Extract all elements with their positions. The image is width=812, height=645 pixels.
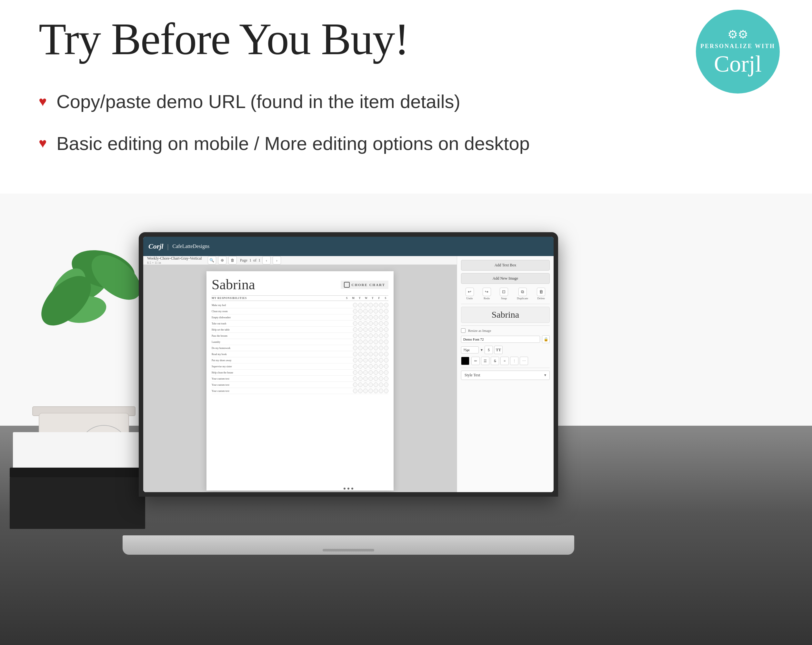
chore-circle[interactable] [353, 327, 357, 332]
font-size-input[interactable]: 75pt [461, 346, 479, 354]
chore-circle[interactable] [379, 364, 383, 369]
chore-circle[interactable] [358, 327, 363, 332]
chore-circle[interactable] [384, 389, 388, 393]
align-right-btn[interactable]: ⋮ [510, 357, 519, 365]
font-lock-btn[interactable]: 🔒 [542, 335, 550, 343]
chore-circle[interactable] [363, 346, 368, 350]
chore-circle[interactable] [379, 383, 383, 387]
list-btn[interactable]: ☰ [481, 357, 489, 365]
chore-circle[interactable] [368, 346, 373, 350]
chore-circle[interactable] [363, 340, 368, 344]
chore-circle[interactable] [379, 303, 383, 307]
chore-circle[interactable] [384, 364, 388, 369]
chore-circle[interactable] [358, 309, 363, 314]
chore-circle[interactable] [368, 321, 373, 326]
chore-circle[interactable] [374, 377, 378, 381]
chore-circle[interactable] [358, 352, 363, 356]
chore-circle[interactable] [379, 309, 383, 314]
chore-circle[interactable] [379, 389, 383, 393]
chore-circle[interactable] [374, 370, 378, 375]
delete-btn[interactable]: 🗑 [228, 256, 237, 264]
chore-circle[interactable] [384, 370, 388, 375]
zoom-fit-btn[interactable]: 🔍 [208, 256, 216, 264]
zoom-in-btn[interactable]: ⊕ [218, 256, 226, 264]
chore-circle[interactable] [358, 377, 363, 381]
chore-circle[interactable] [368, 315, 373, 320]
chore-circle[interactable] [384, 321, 388, 326]
chore-circle[interactable] [379, 370, 383, 375]
chore-circle[interactable] [363, 327, 368, 332]
page-next-btn[interactable]: › [273, 256, 281, 264]
chore-circle[interactable] [384, 358, 388, 363]
chore-circle[interactable] [384, 377, 388, 381]
chore-circle[interactable] [374, 364, 378, 369]
chore-circle[interactable] [374, 358, 378, 363]
chore-circle[interactable] [384, 303, 388, 307]
align-center-btn[interactable]: ≡ [501, 357, 509, 365]
color-swatch-black[interactable] [461, 357, 469, 365]
add-new-image-btn[interactable]: Add New Image [461, 273, 550, 284]
chore-circle[interactable] [358, 303, 363, 307]
add-text-box-btn[interactable]: Add Text Box [461, 260, 550, 271]
chore-circle[interactable] [358, 334, 363, 338]
chore-circle[interactable] [368, 334, 373, 338]
tt-btn[interactable]: TT [494, 346, 503, 354]
duplicate-action[interactable]: ⧉ Duplicate [517, 288, 528, 300]
chore-circle[interactable] [379, 334, 383, 338]
chore-circle[interactable] [363, 303, 368, 307]
chore-circle[interactable] [368, 303, 373, 307]
strikethrough-btn[interactable]: S̶ [491, 357, 499, 365]
chore-circle[interactable] [363, 358, 368, 363]
chore-circle[interactable] [374, 383, 378, 387]
chore-circle[interactable] [353, 334, 357, 338]
chore-circle[interactable] [358, 315, 363, 320]
more-btn[interactable]: ⋯ [520, 357, 528, 365]
chore-circle[interactable] [353, 358, 357, 363]
chore-circle[interactable] [363, 321, 368, 326]
resize-as-image-checkbox[interactable] [461, 328, 466, 333]
chore-circle[interactable] [363, 389, 368, 393]
style-text-row[interactable]: Style Text ▾ [461, 371, 550, 380]
chore-circle[interactable] [384, 309, 388, 314]
chore-circle[interactable] [368, 383, 373, 387]
size-unit-dropdown[interactable]: ▾ [481, 348, 482, 352]
chore-circle[interactable] [379, 340, 383, 344]
dollar-sign-btn[interactable]: $ [485, 346, 493, 354]
chore-circle[interactable] [384, 383, 388, 387]
chore-circle[interactable] [374, 352, 378, 356]
chore-circle[interactable] [358, 389, 363, 393]
chore-circle[interactable] [368, 364, 373, 369]
chore-circle[interactable] [384, 327, 388, 332]
font-select[interactable]: Demo Font 72 [461, 336, 540, 343]
chore-circle[interactable] [368, 370, 373, 375]
chore-circle[interactable] [379, 315, 383, 320]
chore-circle[interactable] [379, 327, 383, 332]
chore-circle[interactable] [363, 352, 368, 356]
chore-circle[interactable] [353, 389, 357, 393]
chore-circle[interactable] [363, 364, 368, 369]
pencil-btn[interactable]: ✏ [471, 357, 480, 365]
chore-circle[interactable] [368, 309, 373, 314]
chore-circle[interactable] [353, 352, 357, 356]
chore-circle[interactable] [358, 346, 363, 350]
chore-circle[interactable] [353, 321, 357, 326]
chore-circle[interactable] [363, 309, 368, 314]
chore-circle[interactable] [358, 340, 363, 344]
chore-circle[interactable] [374, 340, 378, 344]
chore-circle[interactable] [353, 346, 357, 350]
chore-circle[interactable] [353, 303, 357, 307]
chore-circle[interactable] [384, 334, 388, 338]
undo-action[interactable]: ↩ Undo [466, 288, 474, 300]
chore-circle[interactable] [353, 383, 357, 387]
chore-circle[interactable] [368, 352, 373, 356]
chore-circle[interactable] [353, 340, 357, 344]
chore-circle[interactable] [384, 352, 388, 356]
chore-circle[interactable] [374, 346, 378, 350]
chore-circle[interactable] [384, 346, 388, 350]
chore-circle[interactable] [374, 389, 378, 393]
canvas-area[interactable]: Sabrina CHORE CHART MY RESPONSIBILITIES … [143, 265, 457, 492]
chore-circle[interactable] [358, 364, 363, 369]
chore-circle[interactable] [379, 358, 383, 363]
chore-circle[interactable] [379, 321, 383, 326]
chore-circle[interactable] [379, 352, 383, 356]
